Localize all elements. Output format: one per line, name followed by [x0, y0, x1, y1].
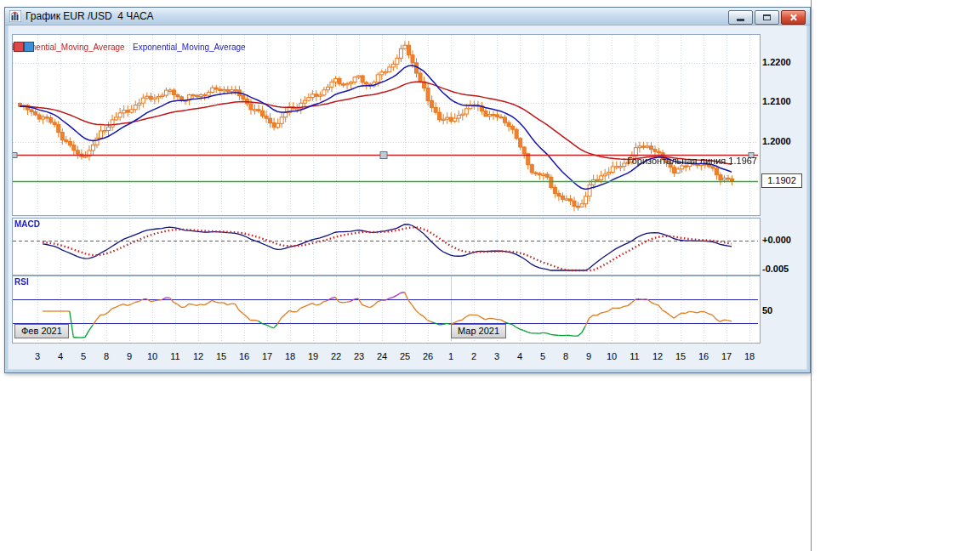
minimize-icon: [737, 19, 744, 21]
macd-axis-label: -0.005: [762, 264, 806, 274]
x-axis-label: 9: [121, 351, 138, 361]
minimize-button[interactable]: [728, 10, 753, 25]
x-axis-label: 11: [167, 351, 184, 361]
x-axis-label: 5: [75, 351, 92, 361]
x-axis-label: 18: [282, 351, 299, 361]
x-axis-label: 5: [534, 351, 551, 361]
x-axis-label: 4: [52, 351, 69, 361]
x-axis-label: 3: [488, 351, 505, 361]
rsi-chart-canvas[interactable]: [13, 276, 758, 341]
maximize-icon: [763, 14, 771, 20]
x-axis-label: 23: [350, 351, 368, 361]
x-axis-label: 8: [98, 351, 115, 361]
month-marker-mar: Мар 2021: [451, 324, 506, 338]
x-axis-label: 22: [328, 351, 345, 361]
x-axis-label: 15: [213, 351, 230, 361]
titlebar[interactable]: График EUR /USD 4 ЧАСА: [5, 8, 810, 26]
horizontal-line-label: Горизонтальная линия 1.1967: [627, 156, 757, 166]
x-axis-label: 1: [442, 351, 459, 361]
macd-panel: [12, 218, 761, 276]
x-axis-label: 10: [144, 351, 161, 361]
x-axis-label: 8: [557, 351, 574, 361]
window-title: График EUR /USD 4 ЧАСА: [26, 10, 154, 22]
x-axis-label: 25: [396, 351, 413, 361]
x-axis-label: 10: [603, 351, 620, 361]
close-icon: [789, 14, 797, 21]
x-axis-label: 3: [29, 351, 46, 361]
macd-indicator-label: MACD: [14, 219, 40, 229]
x-axis-label: 17: [259, 351, 276, 361]
x-axis-label: 12: [190, 351, 207, 361]
x-axis-label: 11: [626, 351, 643, 361]
price-axis-label: 1.2100: [762, 96, 806, 106]
window-chart-icon: [9, 10, 21, 22]
month-marker-feb: Фев 2021: [14, 324, 69, 338]
x-axis-label: 4: [511, 351, 528, 361]
rsi-indicator-label: RSI: [14, 277, 29, 287]
price-panel: [12, 34, 761, 216]
x-axis-label: 16: [695, 351, 712, 361]
price-chart-canvas[interactable]: [13, 35, 758, 213]
x-axis-label: 16: [236, 351, 253, 361]
chart-window: График EUR /USD 4 ЧАСА Exponential_Movin…: [4, 7, 811, 373]
x-axis-label: 18: [741, 351, 758, 361]
x-axis-label: 19: [305, 351, 322, 361]
macd-axis-label: +0.000: [762, 235, 806, 245]
x-axis-label: 15: [672, 351, 689, 361]
ema-legend-label-blue: Exponential_Moving_Average: [133, 43, 246, 52]
price-axis-label: 1.2200: [762, 57, 806, 67]
x-axis-label: 2: [465, 351, 482, 361]
x-axis-label: 17: [718, 351, 735, 361]
ema-red-toggle[interactable]: [14, 42, 24, 52]
rsi-axis-label: 50: [762, 305, 806, 315]
x-axis-label: 26: [419, 351, 436, 361]
x-axis-label: 24: [373, 351, 390, 361]
rsi-panel: [12, 276, 761, 344]
ema-blue-toggle[interactable]: [24, 42, 34, 52]
maximize-button[interactable]: [755, 10, 779, 25]
price-axis-label: 1.2000: [762, 136, 806, 146]
x-axis-label: 12: [649, 351, 666, 361]
macd-chart-canvas[interactable]: [13, 219, 758, 273]
current-price-badge: 1.1902: [761, 173, 802, 188]
screen-edge-divider: [811, 0, 812, 551]
x-axis-label: 9: [580, 351, 597, 361]
close-button[interactable]: [781, 10, 806, 25]
